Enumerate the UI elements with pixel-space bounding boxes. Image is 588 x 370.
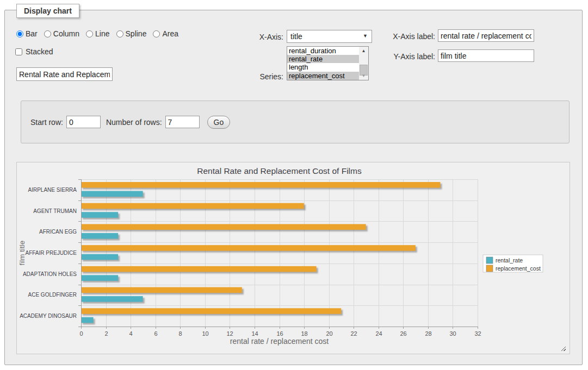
chart-type-radio-spline[interactable] xyxy=(116,30,123,37)
x-tick-label: 14 xyxy=(251,330,258,337)
series-listbox[interactable]: rental_durationrental_ratelengthreplacem… xyxy=(287,46,369,80)
category-label: ACADEMY DINOSAUR xyxy=(20,313,77,319)
row-range-panel: Start row: Number of rows: Go xyxy=(21,101,570,143)
chart-container: 02468101214161820222426283032AIRPLANE SI… xyxy=(16,162,570,354)
stacked-label: Stacked xyxy=(26,47,53,56)
x-axis-select[interactable]: title ▼ xyxy=(287,30,372,43)
num-rows-input[interactable] xyxy=(165,116,200,128)
bar-rental_rate xyxy=(81,254,118,260)
chart-type-label: Area xyxy=(162,29,178,38)
x-axis-label-input[interactable] xyxy=(438,29,534,42)
x-tick-label: 10 xyxy=(202,330,208,337)
category-label: AFRICAN EGG xyxy=(39,229,77,235)
chart-type-radio-bar[interactable] xyxy=(16,30,23,37)
series-scrollbar[interactable]: ▲ ▼ xyxy=(359,47,368,80)
y-axis-label-input[interactable] xyxy=(438,49,534,62)
x-tick-label: 4 xyxy=(129,330,132,337)
x-tick-label: 20 xyxy=(326,330,332,337)
display-chart-page: Display chart BarColumnLineSplineArea St… xyxy=(0,0,588,370)
chart-xaxis-title: rental rate / replacement cost xyxy=(230,337,329,346)
category-label: AFFAIR PREJUDICE xyxy=(26,250,77,256)
chart-yaxis-title: film title xyxy=(18,241,26,266)
bar-rental_rate xyxy=(81,317,94,323)
chart-type-spline[interactable]: Spline xyxy=(116,29,147,38)
x-axis-label-caption: X-Axis label: xyxy=(375,32,435,41)
x-tick-label: 30 xyxy=(449,330,456,337)
x-tick-label: 24 xyxy=(375,330,382,337)
num-rows-label: Number of rows: xyxy=(106,118,162,127)
x-tick-label: 2 xyxy=(104,330,108,337)
go-button[interactable]: Go xyxy=(207,116,231,129)
chart-type-line[interactable]: Line xyxy=(86,29,109,38)
x-tick-label: 0 xyxy=(79,330,83,337)
stacked-option[interactable]: Stacked xyxy=(15,47,53,56)
bar-replacement_cost xyxy=(81,287,242,293)
chart-type-radio-line[interactable] xyxy=(86,30,93,37)
x-tick-label: 6 xyxy=(154,330,157,337)
start-row-input[interactable] xyxy=(66,116,101,128)
x-axis-selected-value: title xyxy=(290,32,302,41)
x-axis-caption: X-Axis: xyxy=(239,33,283,41)
category-label: ADAPTATION HOLES xyxy=(23,271,77,277)
series-option-replacement_cost[interactable]: replacement_cost xyxy=(287,72,359,80)
bar-replacement_cost xyxy=(81,182,440,188)
bar-replacement_cost xyxy=(81,266,317,272)
bar-replacement_cost xyxy=(81,308,341,314)
x-tick-label: 32 xyxy=(474,330,481,337)
bar-rental_rate xyxy=(81,275,118,281)
legend-label: rental_rate xyxy=(496,257,523,264)
chart-type-label: Spline xyxy=(126,29,147,38)
bar-replacement_cost xyxy=(81,224,366,230)
chart-type-group: BarColumnLineSplineArea xyxy=(16,29,178,38)
x-tick-label: 8 xyxy=(178,330,182,337)
chart-type-label: Bar xyxy=(26,29,38,38)
x-tick-label: 26 xyxy=(400,330,406,337)
x-tick-label: 28 xyxy=(425,330,431,337)
category-label: ACE GOLDFINGER xyxy=(28,292,77,298)
category-label: AGENT TRUMAN xyxy=(33,208,77,214)
chart-title: Rental Rate and Replacement Cost of Film… xyxy=(197,166,362,175)
panel-title: Display chart xyxy=(16,4,79,18)
bar-replacement_cost xyxy=(81,245,416,251)
chart-type-radio-column[interactable] xyxy=(44,30,51,37)
bar-rental_rate xyxy=(81,191,143,197)
legend-item-rental_rate[interactable]: rental_rate xyxy=(486,257,523,264)
bar-rental_rate xyxy=(81,233,118,239)
x-tick-label: 12 xyxy=(226,330,233,337)
chart-type-column[interactable]: Column xyxy=(44,29,79,38)
bar-replacement_cost xyxy=(81,203,304,209)
x-tick-label: 18 xyxy=(301,330,307,337)
chart-type-radio-area[interactable] xyxy=(153,30,160,37)
stacked-checkbox[interactable] xyxy=(15,48,22,55)
series-option-rental_duration[interactable]: rental_duration xyxy=(287,47,359,55)
chart-type-label: Column xyxy=(53,29,79,38)
scroll-up-icon[interactable]: ▲ xyxy=(359,47,368,55)
chevron-down-icon: ▼ xyxy=(363,33,368,39)
x-tick-label: 22 xyxy=(350,330,357,337)
bar-rental_rate xyxy=(81,296,143,302)
chart-type-bar[interactable]: Bar xyxy=(16,29,38,38)
chart-type-area[interactable]: Area xyxy=(153,29,178,38)
category-label: AIRPLANE SIERRA xyxy=(28,187,77,193)
y-axis-label-caption: Y-Axis label: xyxy=(375,52,435,61)
series-caption: Series: xyxy=(239,72,283,81)
chart-canvas: 02468101214161820222426283032AIRPLANE SI… xyxy=(17,162,570,354)
series-option-length[interactable]: length xyxy=(287,63,359,71)
series-listbox-options: rental_durationrental_ratelengthreplacem… xyxy=(287,47,359,80)
chart-title-input[interactable] xyxy=(16,67,113,81)
bar-rental_rate xyxy=(81,212,118,218)
series-option-rental_rate[interactable]: rental_rate xyxy=(287,55,359,63)
chart-type-label: Line xyxy=(95,29,109,38)
start-row-label: Start row: xyxy=(30,118,63,127)
scroll-down-icon[interactable]: ▼ xyxy=(359,72,368,80)
x-tick-label: 16 xyxy=(276,330,283,337)
legend-label: replacement_cost xyxy=(496,265,541,272)
